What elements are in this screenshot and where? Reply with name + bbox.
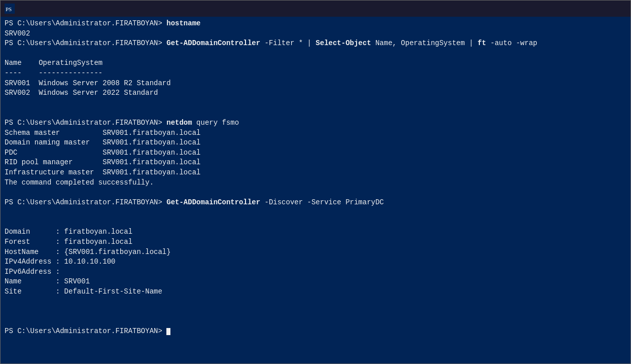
minimize-button[interactable] [556, 1, 580, 17]
titlebar: PS [1, 1, 630, 17]
terminal-output[interactable]: PS C:\Users\Administrator.FIRATBOYAN> ho… [1, 17, 630, 363]
maximize-button[interactable] [580, 1, 603, 17]
cursor [166, 328, 170, 335]
powershell-window: PS PS C:\Users\Administrator.FIRATBOYAN>… [0, 0, 631, 364]
window-controls [556, 1, 626, 17]
close-button[interactable] [603, 1, 626, 17]
app-icon: PS [5, 4, 15, 14]
svg-text:PS: PS [6, 6, 12, 12]
